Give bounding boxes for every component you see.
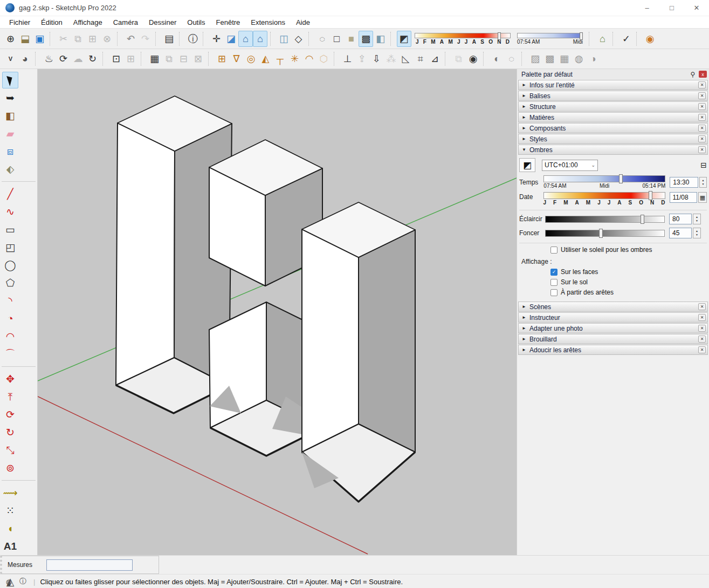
on-ground-checkbox-row[interactable]: Sur le sol (550, 278, 707, 286)
shadows-toggle-button[interactable]: ◩ (397, 31, 411, 47)
arc-button[interactable]: ◝ (2, 292, 18, 309)
copy-button[interactable]: ⧉ (71, 31, 85, 47)
style-wireframe-button[interactable]: ◇ (291, 31, 306, 47)
section-instructeur[interactable]: ►Instructeur✕ (518, 312, 708, 323)
vray-render-update-button[interactable]: ↻ (85, 51, 100, 67)
section-close-icon[interactable]: ✕ (698, 314, 706, 321)
follow-me-button[interactable]: ↻ (2, 424, 18, 441)
tag-button[interactable]: ⬖ (2, 161, 18, 177)
tray-title-bar[interactable]: Palette par défaut ⚲ x (517, 69, 709, 79)
date-slider-track[interactable] (415, 33, 511, 38)
lighten-value-field[interactable]: 80 (669, 214, 692, 224)
vray-selection-follow-button[interactable]: ◌ (504, 51, 519, 67)
section-close-icon[interactable]: ✕ (698, 114, 706, 121)
section-close-icon[interactable]: ✕ (698, 325, 706, 332)
section-infos-sur-l-entite-[interactable]: ►Infos sur l'entité✕ (518, 80, 708, 90)
texture-sphere-button[interactable]: ◉ (643, 31, 657, 47)
lighten-slider[interactable] (545, 216, 665, 223)
vray-render-button[interactable]: ♨ (42, 51, 56, 67)
select-button[interactable] (2, 72, 18, 88)
section-styles[interactable]: ►Styles✕ (518, 134, 708, 144)
calendar-icon[interactable]: ▦ (698, 192, 707, 203)
section-close-icon[interactable]: ✕ (698, 146, 706, 153)
vray-frame-buffer-button[interactable]: ▦ (147, 51, 162, 67)
vray-checker-cube-b-button[interactable]: ▦ (557, 51, 572, 67)
tape-measure-button[interactable]: ⟿ (2, 484, 18, 501)
menu-dessiner[interactable]: Dessiner (144, 17, 181, 28)
vray-infinite-plane-button[interactable]: ⊥ (340, 51, 355, 67)
vray-id-color-button[interactable]: ◐ (490, 51, 504, 67)
model-canvas[interactable] (38, 69, 517, 555)
vray-plane-light-button[interactable]: ∇ (229, 51, 244, 67)
section-close-icon[interactable]: ✕ (698, 125, 706, 132)
vray-render-interactive-button[interactable]: ⟳ (56, 51, 71, 67)
perspective-house-2-button[interactable]: ⌂ (253, 31, 267, 47)
section-plane-button[interactable]: ◪ (224, 31, 238, 47)
time-slider[interactable] (543, 175, 665, 182)
time-slider-thumb[interactable] (619, 174, 623, 183)
two-point-arc-button[interactable]: ◠ (2, 328, 18, 345)
vray-checker-sphere-a-button[interactable]: ◍ (572, 51, 586, 67)
undo-button[interactable]: ↶ (123, 31, 138, 47)
redo-button[interactable]: ↷ (138, 31, 153, 47)
vray-fur-button[interactable]: ⁂ (384, 51, 398, 67)
model-info-button[interactable]: ⓘ (185, 31, 200, 47)
vray-animation-frames-button[interactable]: ⧉ (451, 51, 466, 67)
rotated-rectangle-button[interactable]: ◰ (2, 239, 18, 256)
lighten-spinner[interactable]: ▲▼ (693, 214, 701, 224)
vray-clipper-button[interactable]: ◺ (398, 51, 413, 67)
cut-button[interactable]: ✂ (56, 31, 71, 47)
section-ombres[interactable]: ▼ Ombres ✕ (518, 145, 708, 155)
open-document-button[interactable]: ⬓ (18, 31, 32, 47)
vray-render-cloud-button[interactable]: ☁ (71, 51, 85, 67)
line-button[interactable]: ╱ (2, 186, 18, 202)
time-slider-thumb[interactable] (580, 32, 583, 40)
move-button[interactable]: ✥ (2, 371, 18, 387)
shadow-toggle-button[interactable]: ◩ (519, 158, 535, 172)
geolocation-status-icon[interactable]: ◍ (4, 577, 13, 586)
section-close-icon[interactable]: ✕ (698, 346, 706, 353)
vray-pack-project-button[interactable]: ⊟ (176, 51, 191, 67)
vray-lock-button[interactable]: ⊠ (191, 51, 205, 67)
use-sun-checkbox[interactable] (550, 247, 557, 254)
section-structure[interactable]: ►Structure✕ (518, 101, 708, 112)
menu-aide[interactable]: Aide (291, 17, 315, 28)
menu-camera[interactable]: Caméra (108, 17, 143, 28)
section-close-icon[interactable]: ✕ (698, 303, 706, 310)
vray-viewport-render-button[interactable]: ⊡ (109, 51, 123, 67)
darken-slider-thumb[interactable] (599, 229, 603, 238)
eraser-button[interactable]: ▰ (2, 125, 18, 142)
erase-button[interactable]: ⊗ (100, 31, 114, 47)
validate-check-button[interactable]: ✓ (619, 31, 634, 47)
darken-spinner[interactable]: ▲▼ (693, 228, 701, 238)
shadow-time-slider[interactable]: 07:54 AM Midi (517, 33, 583, 45)
section-adoucir-les-are-tes[interactable]: ►Adoucir les arêtes✕ (518, 345, 708, 355)
offset-button[interactable]: ⊚ (2, 460, 18, 476)
pie-button[interactable]: ◔ (2, 310, 18, 327)
date-slider-thumb[interactable] (498, 32, 501, 40)
section-composants[interactable]: ►Composants✕ (518, 123, 708, 133)
date-slider-thumb[interactable] (649, 191, 652, 200)
time-slider-track[interactable] (517, 33, 583, 38)
menu-fenetre[interactable]: Fenêtre (211, 17, 245, 28)
on-faces-checkbox[interactable]: ✓ (550, 269, 557, 276)
menu-affichage[interactable]: Affichage (68, 17, 107, 28)
scale-button[interactable]: ⤡ (2, 442, 18, 459)
vray-proxy-export-button[interactable]: ⇪ (355, 51, 369, 67)
vray-checker-cube-a-button[interactable]: ▩ (542, 51, 557, 67)
from-edges-checkbox-row[interactable]: À partir des arêtes (550, 289, 707, 296)
menu-fichier[interactable]: Fichier (4, 17, 35, 28)
section-close-icon[interactable]: ✕ (698, 81, 706, 88)
save-document-button[interactable]: ▣ (32, 31, 47, 47)
use-sun-checkbox-row[interactable]: Utiliser le soleil pour les ombres (550, 246, 707, 254)
vray-checker-plane-button[interactable]: ▨ (528, 51, 542, 67)
credits-status-icon[interactable]: ⓘ (18, 577, 27, 586)
style-hidden-line-button[interactable]: □ (329, 31, 344, 47)
darken-slider[interactable] (545, 230, 665, 237)
section-sce-nes[interactable]: ►Scènes✕ (518, 302, 708, 312)
date-slider[interactable] (543, 192, 665, 199)
section-close-icon[interactable]: ✕ (698, 92, 706, 99)
section-brouillard[interactable]: ►Brouillard✕ (518, 334, 708, 344)
rectangle-button[interactable]: ▭ (2, 221, 18, 238)
vray-ies-light-button[interactable]: ┬ (273, 51, 287, 67)
